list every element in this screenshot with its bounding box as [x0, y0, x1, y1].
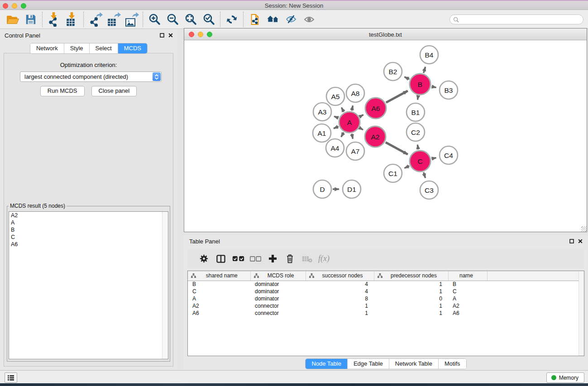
graph-node-A8[interactable]: A8: [346, 84, 364, 102]
graph-node-C4[interactable]: C4: [440, 146, 458, 164]
export-network-icon[interactable]: [86, 11, 104, 28]
graph-edge-A-A7[interactable]: [352, 133, 353, 138]
column-header-shared-name[interactable]: shared name: [188, 271, 250, 281]
graph-node-B4[interactable]: B4: [420, 46, 438, 64]
result-scrollbar[interactable]: [162, 212, 168, 359]
graph-node-B2[interactable]: B2: [384, 62, 402, 81]
graph-edge-A-A3[interactable]: [334, 116, 339, 118]
column-header-predecessor-nodes[interactable]: predecessor nodes: [374, 271, 448, 281]
graph-node-A[interactable]: A: [339, 112, 360, 133]
graph-node-A5[interactable]: A5: [326, 87, 344, 105]
graph-node-D1[interactable]: D1: [343, 180, 361, 198]
table-tab-edge-table[interactable]: Edge Table: [347, 359, 389, 369]
graph-edge-B-B2[interactable]: [404, 77, 409, 79]
table-row[interactable]: Adominator80A: [188, 295, 584, 302]
network-from-doc-icon[interactable]: [246, 11, 264, 28]
search-field[interactable]: [449, 14, 583, 24]
table-row[interactable]: Bdominator41B: [188, 281, 584, 288]
close-panel-icon[interactable]: [167, 33, 174, 38]
graph-edge-B-B3[interactable]: [431, 86, 436, 87]
mcds-result-item[interactable]: B: [9, 226, 168, 234]
tab-mcds[interactable]: MCDS: [118, 43, 147, 53]
graph-node-A3[interactable]: A3: [313, 103, 331, 121]
select-all-icon[interactable]: [229, 251, 247, 267]
graph-node-C2[interactable]: C2: [406, 123, 425, 141]
graph-node-B[interactable]: B: [410, 74, 430, 95]
network-window-titlebar[interactable]: testGlobe.txt: [184, 29, 587, 40]
search-input[interactable]: [459, 16, 583, 23]
close-panel-button[interactable]: Close panel: [91, 86, 137, 96]
graph-node-A4[interactable]: A4: [326, 139, 344, 157]
graph-node-C3[interactable]: C3: [420, 181, 438, 199]
hide-panel-icon[interactable]: [282, 11, 300, 28]
graph-node-A7[interactable]: A7: [346, 142, 364, 160]
mcds-result-item[interactable]: A2: [9, 212, 168, 219]
graph-node-A6[interactable]: A6: [365, 98, 386, 119]
graph-edge-A-A5[interactable]: [341, 108, 344, 112]
settings-icon[interactable]: [195, 251, 212, 267]
graph-edge-A-A1[interactable]: [334, 127, 339, 129]
tab-network[interactable]: Network: [30, 43, 64, 53]
tab-style[interactable]: Style: [64, 43, 89, 53]
delete-table-icon[interactable]: [298, 251, 316, 267]
task-history-button[interactable]: [5, 372, 17, 383]
graph-edge-A-A2[interactable]: [360, 128, 363, 130]
network-canvas[interactable]: B4B2BB3B1A5A8A6A3AA1A2C2A4A7C4CC1C3DD1: [184, 40, 587, 232]
mcds-result-item[interactable]: C: [9, 234, 168, 241]
mcds-result-item[interactable]: A: [9, 219, 168, 226]
graph-edge-C-C3[interactable]: [424, 172, 425, 178]
table-tab-network-table[interactable]: Network Table: [389, 359, 438, 369]
memory-button[interactable]: Memory: [546, 372, 584, 383]
graph-edge-A2-C[interactable]: [386, 142, 408, 154]
graph-edge-B-B1[interactable]: [417, 96, 418, 100]
import-table-icon[interactable]: [63, 11, 81, 28]
add-icon[interactable]: [264, 251, 281, 267]
graph-node-B3[interactable]: B3: [440, 81, 458, 99]
save-icon[interactable]: [22, 11, 40, 28]
mcds-result-list[interactable]: A2ABCA6: [9, 211, 168, 359]
graph-edge-C-C2[interactable]: [417, 145, 418, 150]
graph-node-A1[interactable]: A1: [313, 124, 331, 142]
float-panel-icon[interactable]: [159, 33, 165, 38]
graph-node-C1[interactable]: C1: [384, 164, 402, 182]
graph-node-D[interactable]: D: [313, 180, 331, 198]
window-resize-grip[interactable]: [581, 226, 587, 232]
graph-edge-C-C4[interactable]: [431, 158, 436, 159]
tab-select[interactable]: Select: [89, 43, 118, 53]
graph-edge-A-A8[interactable]: [352, 105, 353, 110]
show-panel-icon[interactable]: [300, 11, 318, 28]
columns-icon[interactable]: [212, 251, 229, 267]
table-row[interactable]: Cdominator41C: [188, 288, 584, 295]
table-tab-node-table[interactable]: Node Table: [306, 359, 347, 369]
column-header-MCDS-role[interactable]: MCDS role: [250, 271, 306, 281]
zoom-selected-icon[interactable]: [200, 11, 218, 28]
graph-edge-A6-B[interactable]: [386, 91, 408, 103]
zoom-out-icon[interactable]: [163, 11, 182, 28]
run-mcds-button[interactable]: Run MCDS: [40, 86, 85, 96]
home-icon[interactable]: [264, 11, 282, 28]
graph-edge-A-A4[interactable]: [341, 133, 344, 137]
graph-node-A2[interactable]: A2: [365, 126, 386, 147]
column-header-name[interactable]: name: [448, 271, 487, 281]
deselect-all-icon[interactable]: [247, 251, 264, 267]
graph-edge-C-C1[interactable]: [405, 166, 410, 168]
graph-node-B1[interactable]: B1: [406, 103, 425, 121]
refresh-icon[interactable]: [223, 11, 241, 28]
export-table-icon[interactable]: [104, 11, 122, 28]
graph-node-C[interactable]: C: [410, 151, 430, 172]
table-tab-motifs[interactable]: Motifs: [438, 359, 466, 369]
open-folder-icon[interactable]: [4, 11, 22, 28]
graph-edge-B-B4[interactable]: [424, 67, 425, 73]
import-network-icon[interactable]: [45, 11, 63, 28]
float-table-panel-icon[interactable]: [569, 238, 575, 244]
graph-edge-A-A6[interactable]: [360, 115, 363, 117]
main-titlebar[interactable]: Session: New Session: [0, 1, 588, 10]
mcds-result-item[interactable]: A6: [9, 241, 168, 248]
column-header-successor-nodes[interactable]: successor nodes: [306, 271, 374, 281]
function-builder-icon[interactable]: f(x): [318, 254, 330, 263]
criterion-dropdown[interactable]: largest connected component (directed): [20, 71, 162, 82]
table-scrollbar[interactable]: [578, 271, 584, 356]
delete-icon[interactable]: [281, 251, 298, 267]
table-row[interactable]: A6connector11A6: [188, 310, 584, 317]
table-row[interactable]: A2connector11A2: [188, 302, 584, 310]
